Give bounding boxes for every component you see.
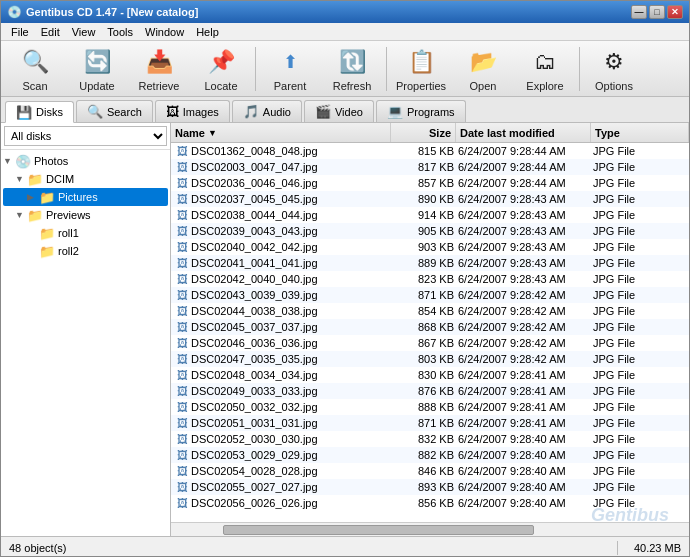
col-header-date[interactable]: Date last modified	[456, 123, 591, 142]
table-row[interactable]: 🖼 DSC01362_0048_048.jpg 815 KB 6/24/2007…	[171, 143, 689, 159]
table-row[interactable]: 🖼 DSC02039_0043_043.jpg 905 KB 6/24/2007…	[171, 223, 689, 239]
tree-label-roll1: roll1	[58, 227, 79, 239]
file-type-cell: JPG File	[593, 465, 689, 477]
properties-button[interactable]: 📋 Properties	[391, 43, 451, 95]
tab-search[interactable]: 🔍 Search	[76, 100, 153, 122]
file-size-cell: 857 KB	[393, 177, 458, 189]
file-date-cell: 6/24/2007 9:28:44 AM	[458, 161, 593, 173]
table-row[interactable]: 🖼 DSC02041_0041_041.jpg 889 KB 6/24/2007…	[171, 255, 689, 271]
tree-node-previews[interactable]: ▼ 📁 Previews	[3, 206, 168, 224]
table-row[interactable]: 🖼 DSC02054_0028_028.jpg 846 KB 6/24/2007…	[171, 463, 689, 479]
table-row[interactable]: 🖼 DSC02042_0040_040.jpg 823 KB 6/24/2007…	[171, 271, 689, 287]
file-name-cell: DSC02054_0028_028.jpg	[191, 465, 393, 477]
menu-help[interactable]: Help	[190, 25, 225, 39]
locate-label: Locate	[204, 80, 237, 92]
table-row[interactable]: 🖼 DSC02053_0029_029.jpg 882 KB 6/24/2007…	[171, 447, 689, 463]
col-header-type[interactable]: Type	[591, 123, 689, 142]
open-button[interactable]: 📂 Open	[453, 43, 513, 95]
options-button[interactable]: ⚙ Options	[584, 43, 644, 95]
maximize-button[interactable]: □	[649, 5, 665, 19]
table-row[interactable]: 🖼 DSC02038_0044_044.jpg 914 KB 6/24/2007…	[171, 207, 689, 223]
minimize-button[interactable]: —	[631, 5, 647, 19]
file-size-cell: 868 KB	[393, 321, 458, 333]
status-separator	[617, 541, 618, 555]
table-row[interactable]: 🖼 DSC02047_0035_035.jpg 803 KB 6/24/2007…	[171, 351, 689, 367]
table-row[interactable]: 🖼 DSC02043_0039_039.jpg 871 KB 6/24/2007…	[171, 287, 689, 303]
video-tab-icon: 🎬	[315, 104, 331, 119]
table-row[interactable]: 🖼 DSC02003_0047_047.jpg 817 KB 6/24/2007…	[171, 159, 689, 175]
refresh-button[interactable]: 🔃 Refresh	[322, 43, 382, 95]
tree-label-pictures: Pictures	[58, 191, 98, 203]
file-name-cell: DSC02055_0027_027.jpg	[191, 481, 393, 493]
table-row[interactable]: 🖼 DSC02051_0031_031.jpg 871 KB 6/24/2007…	[171, 415, 689, 431]
menu-window[interactable]: Window	[139, 25, 190, 39]
table-row[interactable]: 🖼 DSC02052_0030_030.jpg 832 KB 6/24/2007…	[171, 431, 689, 447]
file-name-cell: DSC01362_0048_048.jpg	[191, 145, 393, 157]
tree-node-photos[interactable]: ▼ 💿 Photos	[3, 152, 168, 170]
jpg-file-icon: 🖼	[173, 321, 191, 333]
jpg-file-icon: 🖼	[173, 417, 191, 429]
window-controls[interactable]: — □ ✕	[631, 5, 683, 19]
col-header-size[interactable]: Size	[391, 123, 456, 142]
jpg-file-icon: 🖼	[173, 305, 191, 317]
open-icon: 📂	[467, 46, 499, 78]
horizontal-scrollbar[interactable]	[171, 522, 689, 536]
jpg-file-icon: 🖼	[173, 273, 191, 285]
jpg-file-icon: 🖼	[173, 433, 191, 445]
close-button[interactable]: ✕	[667, 5, 683, 19]
table-row[interactable]: 🖼 DSC02049_0033_033.jpg 876 KB 6/24/2007…	[171, 383, 689, 399]
col-header-name[interactable]: Name ▼	[171, 123, 391, 142]
disk-selector-dropdown[interactable]: All disks	[4, 126, 167, 146]
menu-file[interactable]: File	[5, 25, 35, 39]
tree-node-roll2[interactable]: 📁 roll2	[3, 242, 168, 260]
menu-view[interactable]: View	[66, 25, 102, 39]
file-date-cell: 6/24/2007 9:28:42 AM	[458, 337, 593, 349]
tree-node-pictures[interactable]: ▶ 📁 Pictures	[3, 188, 168, 206]
toolbar-separator-1	[255, 47, 256, 91]
file-type-cell: JPG File	[593, 177, 689, 189]
update-button[interactable]: 🔄 Update	[67, 43, 127, 95]
tab-video[interactable]: 🎬 Video	[304, 100, 374, 122]
tab-images[interactable]: 🖼 Images	[155, 100, 230, 122]
menu-tools[interactable]: Tools	[101, 25, 139, 39]
file-name-cell: DSC02051_0031_031.jpg	[191, 417, 393, 429]
file-name-cell: DSC02045_0037_037.jpg	[191, 321, 393, 333]
file-name-cell: DSC02038_0044_044.jpg	[191, 209, 393, 221]
parent-button[interactable]: ⬆ Parent	[260, 43, 320, 95]
table-row[interactable]: 🖼 DSC02048_0034_034.jpg 830 KB 6/24/2007…	[171, 367, 689, 383]
tab-programs[interactable]: 💻 Programs	[376, 100, 466, 122]
retrieve-button[interactable]: 📥 Retrieve	[129, 43, 189, 95]
file-type-cell: JPG File	[593, 289, 689, 301]
jpg-file-icon: 🖼	[173, 465, 191, 477]
explore-button[interactable]: 🗂 Explore	[515, 43, 575, 95]
scan-button[interactable]: 🔍 Scan	[5, 43, 65, 95]
table-row[interactable]: 🖼 DSC02056_0026_026.jpg 856 KB 6/24/2007…	[171, 495, 689, 511]
title-bar: 💿 Gentibus CD 1.47 - [New catalog] — □ ✕	[1, 1, 689, 23]
tab-audio[interactable]: 🎵 Audio	[232, 100, 302, 122]
table-row[interactable]: 🖼 DSC02040_0042_042.jpg 903 KB 6/24/2007…	[171, 239, 689, 255]
menu-edit[interactable]: Edit	[35, 25, 66, 39]
tree-node-roll1[interactable]: 📁 roll1	[3, 224, 168, 242]
table-row[interactable]: 🖼 DSC02055_0027_027.jpg 893 KB 6/24/2007…	[171, 479, 689, 495]
file-date-cell: 6/24/2007 9:28:42 AM	[458, 289, 593, 301]
locate-button[interactable]: 📌 Locate	[191, 43, 251, 95]
tab-disks[interactable]: 💾 Disks	[5, 101, 74, 123]
file-type-cell: JPG File	[593, 401, 689, 413]
file-list[interactable]: 🖼 DSC01362_0048_048.jpg 815 KB 6/24/2007…	[171, 143, 689, 522]
menu-bar: File Edit View Tools Window Help	[1, 23, 689, 41]
table-row[interactable]: 🖼 DSC02045_0037_037.jpg 868 KB 6/24/2007…	[171, 319, 689, 335]
jpg-file-icon: 🖼	[173, 481, 191, 493]
file-type-cell: JPG File	[593, 433, 689, 445]
table-row[interactable]: 🖼 DSC02036_0046_046.jpg 857 KB 6/24/2007…	[171, 175, 689, 191]
file-date-cell: 6/24/2007 9:28:43 AM	[458, 225, 593, 237]
table-row[interactable]: 🖼 DSC02050_0032_032.jpg 888 KB 6/24/2007…	[171, 399, 689, 415]
tree-toggle-photos: ▼	[3, 156, 15, 166]
table-row[interactable]: 🖼 DSC02046_0036_036.jpg 867 KB 6/24/2007…	[171, 335, 689, 351]
hscroll-thumb[interactable]	[223, 525, 534, 535]
jpg-file-icon: 🖼	[173, 385, 191, 397]
table-row[interactable]: 🖼 DSC02037_0045_045.jpg 890 KB 6/24/2007…	[171, 191, 689, 207]
tree-node-dcim[interactable]: ▼ 📁 DCIM	[3, 170, 168, 188]
scan-icon: 🔍	[19, 46, 51, 78]
file-date-cell: 6/24/2007 9:28:43 AM	[458, 257, 593, 269]
table-row[interactable]: 🖼 DSC02044_0038_038.jpg 854 KB 6/24/2007…	[171, 303, 689, 319]
